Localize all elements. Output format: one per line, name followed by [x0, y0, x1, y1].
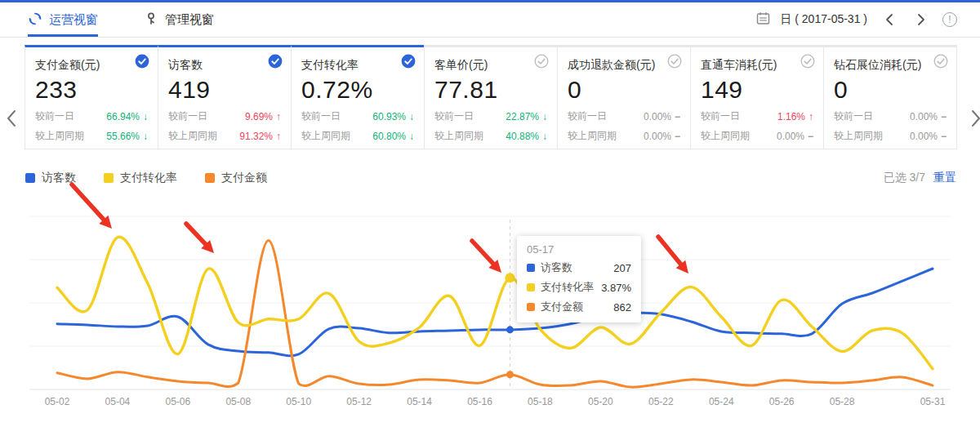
card-check-icon[interactable]	[667, 54, 682, 69]
active-tab-underline	[28, 34, 98, 37]
compare-label: 较前一日	[301, 109, 341, 123]
x-tick-label: 05-08	[225, 396, 251, 407]
legend-right: 已选 3/7 重置	[884, 171, 956, 185]
card-compare-row: 较前一日9.69%↑	[168, 109, 281, 123]
tab-operation-view[interactable]: 运营视窗	[28, 2, 98, 37]
compare-value: 9.69%	[245, 111, 273, 122]
legend-item-payment[interactable]: 支付金额	[205, 171, 267, 185]
legend-label-conversion: 支付转化率	[120, 171, 177, 185]
x-tick-label: 05-20	[588, 396, 613, 407]
compare-value: 55.66%	[106, 131, 140, 142]
metric-card-1[interactable]: 访客数419较前一日9.69%↑较上周同期91.32%↑	[158, 45, 292, 149]
header-right: 日 ( 2017-05-31 ) !	[756, 8, 980, 31]
trend-chart[interactable]: 05-0205-0405-0605-0805-1005-1205-1405-16…	[0, 171, 980, 427]
header: 运营视窗 管理视窗	[0, 2, 980, 38]
card-compare-row: 较前一日60.93%↓	[301, 109, 414, 123]
trend-flat-icon: −	[675, 111, 680, 122]
tooltip-row: 支付转化率3.87%	[527, 280, 631, 295]
view-tabs: 运营视窗 管理视窗	[0, 2, 260, 37]
compare-label: 较上周同期	[301, 129, 350, 143]
trend-down-icon: ↓	[542, 111, 547, 122]
date-next-button[interactable]	[910, 8, 933, 31]
tooltip-series-name: 支付转化率	[541, 280, 594, 295]
metric-card-2[interactable]: 支付转化率0.72%较前一日60.93%↓较上周同期60.80%↓	[291, 45, 425, 149]
x-tick-label: 05-22	[648, 396, 674, 407]
dashboard: 运营视窗 管理视窗	[0, 0, 980, 427]
metric-card-0[interactable]: 支付金额(元)233较前一日66.94%↓较上周同期55.66%↓	[24, 45, 158, 149]
compare-label: 较前一日	[35, 109, 74, 123]
compare-label: 较上周同期	[434, 129, 483, 143]
compare-value: 22.87%	[506, 111, 539, 122]
compare-value: 0.00%	[910, 131, 938, 142]
tab-manage-view[interactable]: 管理视窗	[144, 2, 214, 37]
card-value: 233	[35, 76, 148, 104]
card-compare-row: 较前一日22.87%↓	[434, 109, 547, 123]
card-check-icon[interactable]	[933, 54, 948, 69]
reset-button[interactable]: 重置	[933, 171, 956, 185]
tooltip-series-swatch	[527, 283, 535, 291]
x-tick-label: 05-10	[286, 396, 311, 407]
legend-swatch-conversion	[104, 173, 114, 183]
compare-label: 较上周同期	[701, 129, 750, 143]
legend-swatch-payment	[205, 173, 215, 183]
x-tick-label: 05-04	[105, 396, 131, 407]
tooltip-series-value: 3.87%	[601, 282, 631, 294]
compare-value: 91.32%	[239, 131, 273, 142]
trend-down-icon: ↓	[143, 131, 148, 142]
tooltip-series-swatch	[527, 303, 535, 311]
chart-tooltip: 05-17 访客数207支付转化率3.87%支付金额862	[517, 236, 641, 322]
compare-label: 较前一日	[168, 109, 207, 123]
card-check-icon[interactable]	[401, 54, 416, 69]
x-tick-label: 05-28	[830, 396, 855, 407]
x-tick-label: 05-02	[45, 396, 70, 407]
highlight-dot-2	[506, 371, 514, 378]
date-picker[interactable]: 日 ( 2017-05-31 )	[780, 12, 867, 27]
card-compare-row: 较上周同期91.32%↑	[168, 129, 281, 143]
card-check-icon[interactable]	[534, 54, 549, 69]
card-value: 0.72%	[301, 76, 414, 104]
x-tick-label: 05-24	[709, 396, 734, 407]
card-compare-row: 较前一日66.94%↓	[35, 109, 148, 123]
tooltip-series-name: 访客数	[541, 260, 572, 275]
legend-item-conversion[interactable]: 支付转化率	[104, 171, 177, 185]
card-check-icon[interactable]	[268, 54, 283, 69]
card-value: 77.81	[434, 76, 547, 104]
compare-value: 60.80%	[372, 131, 406, 142]
card-compare-row: 较上周同期60.80%↓	[301, 129, 414, 143]
trend-up-icon: ↑	[276, 111, 281, 122]
compare-label: 较前一日	[568, 109, 607, 123]
tab-operation-label: 运营视窗	[49, 12, 98, 28]
tooltip-series-name: 支付金额	[541, 300, 583, 314]
compare-value: 0.00%	[644, 111, 671, 122]
tooltip-series-value: 207	[613, 262, 631, 274]
card-title: 支付转化率	[301, 58, 414, 73]
tab-manage-label: 管理视窗	[165, 12, 214, 28]
annotation-arrow	[186, 224, 206, 244]
compare-value: 0.00%	[910, 111, 938, 122]
card-compare-row: 较上周同期0.00%−	[568, 129, 680, 143]
legend-item-visitors[interactable]: 访客数	[25, 171, 76, 185]
legend-label-visitors: 访客数	[42, 171, 76, 185]
card-check-icon[interactable]	[135, 54, 149, 69]
trend-down-icon: ↓	[409, 131, 414, 142]
cards-prev-button[interactable]	[2, 105, 20, 132]
compare-value: 0.00%	[777, 131, 804, 142]
card-value: 0	[568, 76, 680, 104]
card-compare-row: 较上周同期0.00%−	[834, 129, 947, 143]
operation-view-icon	[28, 11, 42, 29]
compare-label: 较上周同期	[834, 129, 883, 143]
metric-card-5[interactable]: 直通车消耗(元)149较前一日1.16%↑较上周同期0.00%−	[690, 45, 824, 149]
metric-card-6[interactable]: 钻石展位消耗(元)0较前一日0.00%−较上周同期0.00%−	[823, 45, 957, 149]
legend-swatch-visitors	[25, 173, 35, 183]
card-compare-row: 较前一日1.16%↑	[701, 109, 813, 123]
info-icon[interactable]: !	[942, 12, 957, 27]
trend-up-icon: ↑	[276, 131, 281, 142]
metric-card-4[interactable]: 成功退款金额(元)0较前一日0.00%−较上周同期0.00%−	[557, 45, 691, 149]
metric-card-3[interactable]: 客单价(元)77.81较前一日22.87%↓较上周同期40.88%↓	[424, 45, 558, 149]
compare-label: 较前一日	[701, 109, 740, 123]
cards-next-button[interactable]	[967, 105, 980, 132]
annotation-arrow	[72, 185, 104, 220]
date-prev-button[interactable]	[877, 8, 900, 31]
tooltip-date: 05-17	[527, 243, 631, 256]
card-check-icon[interactable]	[800, 54, 815, 69]
